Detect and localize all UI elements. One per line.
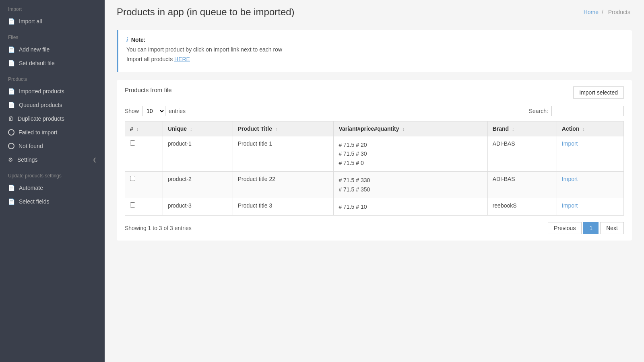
main-content: Products in app (in queue to be imported… bbox=[105, 0, 644, 362]
page-1-button[interactable]: 1 bbox=[583, 222, 599, 234]
search-input[interactable] bbox=[551, 106, 624, 116]
row-checkbox[interactable] bbox=[130, 202, 135, 208]
sidebar-item-duplicate-products[interactable]: 🗓 Duplicate products bbox=[0, 112, 105, 125]
sidebar-item-add-new-file[interactable]: 📄 Add new file bbox=[0, 43, 105, 56]
col-unique: Unique ↕ bbox=[163, 121, 233, 136]
file-icon: 📄 bbox=[8, 88, 15, 95]
table-row: product-3Product title 3# 71.5 # 10reebo… bbox=[125, 198, 624, 215]
content-area: i Note: You can import product by click … bbox=[105, 22, 644, 362]
info-icon: i bbox=[126, 37, 128, 43]
chevron-left-icon: ❮ bbox=[93, 157, 97, 162]
variant-line: # 71.5 # 10 bbox=[339, 202, 482, 211]
import-link[interactable]: Import bbox=[562, 140, 578, 147]
sidebar-item-select-fields[interactable]: 📄 Select fields bbox=[0, 195, 105, 208]
breadcrumb-current: Products bbox=[608, 9, 630, 15]
sidebar-item-label: Duplicate products bbox=[18, 115, 64, 122]
page-header: Products in app (in queue to be imported… bbox=[105, 0, 644, 22]
table-section-title: Products from file bbox=[125, 86, 172, 93]
table-header-row: # ↕ Unique ↕ Product Title ↑ Variant#p bbox=[125, 121, 624, 136]
show-label: Show bbox=[125, 108, 139, 114]
cell-product-title: Product title 3 bbox=[233, 198, 334, 215]
entries-label: entries bbox=[169, 108, 186, 114]
cell-brand: ADI-BAS bbox=[487, 172, 557, 198]
sidebar-item-label: Select fields bbox=[19, 198, 49, 205]
col-hash: # ↕ bbox=[125, 121, 163, 136]
breadcrumb-home[interactable]: Home bbox=[584, 9, 599, 15]
sidebar-item-label: Automate bbox=[19, 185, 43, 191]
products-table: # ↕ Unique ↕ Product Title ↑ Variant#p bbox=[125, 121, 624, 216]
variant-line: # 71.5 # 350 bbox=[339, 185, 482, 194]
cell-product-title: Product title 22 bbox=[233, 172, 334, 198]
row-checkbox[interactable] bbox=[130, 176, 135, 181]
note-title: i Note: bbox=[126, 37, 624, 43]
sidebar-item-not-found[interactable]: Not found bbox=[0, 139, 105, 153]
showing-text: Showing 1 to 3 of 3 entries bbox=[125, 225, 192, 231]
sort-icon[interactable]: ↕ bbox=[190, 127, 192, 132]
next-button[interactable]: Next bbox=[600, 222, 624, 234]
sidebar-item-label: Imported products bbox=[19, 88, 64, 95]
note-line1: You can import product by click on impor… bbox=[126, 46, 624, 53]
file-icon: 📄 bbox=[8, 185, 15, 191]
sidebar-item-set-default-file[interactable]: 📄 Set default file bbox=[0, 56, 105, 70]
sidebar-item-label: Failed to import bbox=[19, 129, 57, 136]
file-icon: 📄 bbox=[8, 46, 15, 53]
breadcrumb-separator: / bbox=[602, 9, 603, 15]
variant-line: # 71.5 # 0 bbox=[339, 158, 482, 167]
sort-icon[interactable]: ↕ bbox=[512, 127, 514, 132]
col-brand: Brand ↕ bbox=[487, 121, 557, 136]
sort-icon[interactable]: ↕ bbox=[136, 127, 139, 132]
page-title: Products in app (in queue to be imported… bbox=[117, 6, 295, 18]
variant-line: # 71.5 # 30 bbox=[339, 149, 482, 158]
import-link[interactable]: Import bbox=[562, 176, 578, 182]
sidebar-settings-label: Settings bbox=[17, 156, 38, 163]
import-all-link[interactable]: HERE bbox=[174, 56, 190, 62]
row-checkbox-cell bbox=[125, 172, 163, 198]
search-control: Search: bbox=[529, 106, 624, 116]
pagination-area: Showing 1 to 3 of 3 entries Previous 1 N… bbox=[125, 222, 624, 234]
cell-action: Import bbox=[557, 198, 623, 215]
row-checkbox[interactable] bbox=[130, 140, 135, 146]
sidebar-item-imported-products[interactable]: 📄 Imported products bbox=[0, 84, 105, 98]
cell-unique: product-1 bbox=[163, 136, 233, 172]
cell-brand: reebookS bbox=[487, 198, 557, 215]
import-link[interactable]: Import bbox=[562, 202, 578, 209]
table-row: product-2Product title 22# 71.5 # 330# 7… bbox=[125, 172, 624, 198]
sidebar-section-files: Files bbox=[0, 28, 105, 43]
sidebar-item-automate[interactable]: 📄 Automate bbox=[0, 181, 105, 195]
col-product-title: Product Title ↑ bbox=[233, 121, 334, 136]
col-variant: Variant#price#quantity ↕ bbox=[334, 121, 487, 136]
sidebar-item-settings[interactable]: ⚙ Settings ❮ bbox=[0, 153, 105, 167]
sidebar-section-import: Import bbox=[0, 0, 105, 14]
import-selected-button[interactable]: Import selected bbox=[573, 86, 624, 99]
note-line2: Import all products HERE bbox=[126, 56, 624, 62]
gear-icon: ⚙ bbox=[8, 156, 13, 163]
entries-select[interactable]: 10 25 50 100 bbox=[142, 106, 165, 116]
variant-line: # 71.5 # 330 bbox=[339, 176, 482, 185]
sidebar-item-label: Set default file bbox=[19, 60, 55, 66]
not-found-circle-icon bbox=[8, 143, 14, 149]
file-copy-icon: 🗓 bbox=[8, 115, 14, 122]
sort-icon[interactable]: ↕ bbox=[402, 127, 405, 132]
cell-action: Import bbox=[557, 172, 623, 198]
cell-variant: # 71.5 # 20# 71.5 # 30# 71.5 # 0 bbox=[334, 136, 487, 172]
file-icon: 📄 bbox=[8, 198, 15, 205]
sidebar-section-products: Products bbox=[0, 70, 105, 84]
sidebar-item-import-all[interactable]: 📄 Import all bbox=[0, 14, 105, 28]
failed-circle-icon bbox=[8, 129, 14, 136]
variant-line: # 71.5 # 20 bbox=[339, 140, 482, 149]
cell-action: Import bbox=[557, 136, 623, 172]
sort-icon[interactable]: ↕ bbox=[582, 127, 585, 132]
previous-button[interactable]: Previous bbox=[548, 222, 582, 234]
sidebar-item-failed-to-import[interactable]: Failed to import bbox=[0, 125, 105, 139]
table-section: Products from file Import selected Show … bbox=[117, 80, 632, 241]
file-icon: 📄 bbox=[8, 102, 15, 108]
pagination-buttons: Previous 1 Next bbox=[548, 222, 624, 234]
sort-icon[interactable]: ↑ bbox=[275, 127, 278, 132]
sidebar-item-label: Import all bbox=[19, 18, 42, 25]
cell-brand: ADI-BAS bbox=[487, 136, 557, 172]
table-body: product-1Product title 1# 71.5 # 20# 71.… bbox=[125, 136, 624, 216]
file-icon: 📄 bbox=[8, 18, 15, 25]
cell-product-title: Product title 1 bbox=[233, 136, 334, 172]
cell-unique: product-2 bbox=[163, 172, 233, 198]
sidebar-item-queued-products[interactable]: 📄 Queued products bbox=[0, 98, 105, 112]
